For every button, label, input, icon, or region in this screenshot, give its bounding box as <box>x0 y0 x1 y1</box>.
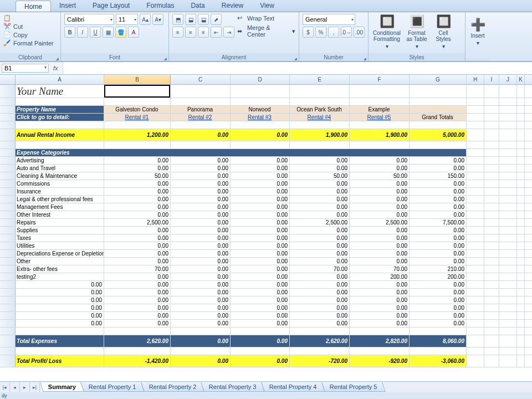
fx-icon[interactable]: fx <box>49 65 63 71</box>
insert-cells-button[interactable]: ➕Insert▾ <box>469 14 487 50</box>
table-row[interactable]: Taxes0.000.000.000.000.000.00 <box>0 234 532 242</box>
table-row[interactable]: Insurance0.000.000.000.000.000.00 <box>0 188 532 196</box>
table-row[interactable]: Expense Categories <box>0 149 532 157</box>
table-row[interactable] <box>0 347 532 355</box>
table-row[interactable]: Legal & other professional fees0.000.000… <box>0 196 532 203</box>
table-row[interactable]: Other0.000.000.000.000.000.00 <box>0 258 532 265</box>
format-as-table-button[interactable]: 🔳Format as Table▾ <box>405 14 429 50</box>
sheet-tab-rental-property-5[interactable]: Rental Property 5 <box>321 382 385 392</box>
cell-styles-button[interactable]: 🔲Cell Styles▾ <box>432 14 455 50</box>
align-left-button[interactable]: ≡ <box>172 27 183 38</box>
table-row[interactable]: Depreciations Expense or Depletion0.000.… <box>0 250 532 258</box>
column-header-E[interactable]: E <box>290 75 350 84</box>
table-row[interactable]: Cleaning & Maintenance50.000.000.0050.00… <box>0 172 532 180</box>
sheet-tab-rental-property-1[interactable]: Rental Property 1 <box>80 382 144 392</box>
column-header-J[interactable]: J <box>499 75 517 84</box>
number-format-combo[interactable]: General <box>303 14 355 25</box>
wrap-text-button[interactable]: ↩Wrap Text <box>237 14 295 22</box>
table-row[interactable] <box>0 141 532 149</box>
paste-button[interactable]: 📋 <box>3 14 11 22</box>
ribbon-tab-page-layout[interactable]: Page Layout <box>84 0 138 12</box>
align-middle-button[interactable]: ⬓ <box>185 14 196 25</box>
table-row[interactable]: 0.000.000.000.000.000.000.00 <box>0 289 532 296</box>
prev-sheet-icon[interactable]: ◂ <box>10 382 20 392</box>
column-header-C[interactable]: C <box>171 75 231 84</box>
table-row[interactable]: 0.000.000.000.000.000.000.00 <box>0 304 532 312</box>
font-color-button[interactable]: A <box>128 27 139 38</box>
increase-decimal-button[interactable]: .0→ <box>341 27 352 38</box>
table-row[interactable]: 0.000.000.000.000.000.000.00 <box>0 296 532 304</box>
ribbon-tab-home[interactable]: Home <box>16 1 51 12</box>
align-bottom-button[interactable]: ⬓ <box>198 14 209 25</box>
formula-bar[interactable] <box>63 62 532 74</box>
last-sheet-icon[interactable]: ▸| <box>30 382 40 392</box>
next-sheet-icon[interactable]: ▸ <box>20 382 30 392</box>
increase-indent-button[interactable]: ⇥ <box>223 27 234 38</box>
table-row[interactable]: 0.000.000.000.000.000.000.00 <box>0 281 532 289</box>
table-row[interactable]: Extra- other fees70.000.000.0070.0070.00… <box>0 265 532 273</box>
table-row[interactable]: Annual Rental Income1,200.000.000.001,90… <box>0 129 532 141</box>
table-row[interactable]: 0.000.000.000.000.000.000.00 <box>0 312 532 320</box>
column-header-F[interactable]: F <box>350 75 410 84</box>
table-row[interactable] <box>0 98 532 106</box>
table-row[interactable]: Supplies0.000.000.000.000.000.00 <box>0 227 532 234</box>
underline-button[interactable]: U <box>90 27 101 38</box>
table-row[interactable]: Your Name <box>0 85 532 98</box>
ribbon-tab-view[interactable]: View <box>252 0 283 12</box>
grow-font-button[interactable]: A▴ <box>140 14 151 25</box>
percent-button[interactable]: % <box>315 27 326 38</box>
table-row[interactable]: Property NameGalveston CondoPanoramaNorw… <box>0 106 532 114</box>
sheet-tab-rental-property-3[interactable]: Rental Property 3 <box>201 382 265 392</box>
worksheet-grid[interactable]: Your NameProperty NameGalveston CondoPan… <box>0 85 532 367</box>
table-row[interactable]: Management Fees0.000.000.000.000.000.00 <box>0 203 532 211</box>
align-center-button[interactable]: ≡ <box>185 27 196 38</box>
column-header-B[interactable]: B <box>104 75 171 84</box>
table-row[interactable]: testing20.000.000.000.00200.00200.00 <box>0 273 532 281</box>
table-row[interactable]: Utilities0.000.000.000.000.000.00 <box>0 242 532 250</box>
ribbon-tab-insert[interactable]: Insert <box>51 0 84 12</box>
fill-color-button[interactable]: 🪣 <box>115 27 126 38</box>
italic-button[interactable]: I <box>77 27 88 38</box>
decrease-decimal-button[interactable]: .00 <box>354 27 365 38</box>
table-row[interactable]: 0.000.000.000.000.000.000.00 <box>0 320 532 328</box>
table-row[interactable]: Commissions0.000.000.000.000.000.00 <box>0 180 532 188</box>
font-name-combo[interactable]: Calibri <box>64 14 114 25</box>
name-box[interactable]: B1 <box>2 64 49 73</box>
sheet-tab-rental-property-4[interactable]: Rental Property 4 <box>261 382 325 392</box>
merge-center-button[interactable]: ⬌Merge & Center ▾ <box>237 24 295 38</box>
table-row[interactable]: Repairs2,500.000.000.002,500.002,500.007… <box>0 219 532 227</box>
cut-button[interactable]: ✂️Cut <box>3 23 23 30</box>
column-header-G[interactable]: G <box>410 75 467 84</box>
format-painter-button[interactable]: 🖌️Format Painter <box>3 39 54 47</box>
shrink-font-button[interactable]: A▾ <box>152 14 163 25</box>
table-row[interactable]: Auto and Travel0.000.000.000.000.000.00 <box>0 165 532 172</box>
first-sheet-icon[interactable]: |◂ <box>0 382 10 392</box>
table-row[interactable] <box>0 121 532 129</box>
table-row[interactable]: Advertising0.000.000.000.000.000.00 <box>0 157 532 165</box>
accounting-button[interactable]: $ <box>303 27 314 38</box>
comma-button[interactable]: , <box>328 27 339 38</box>
sheet-tab-rental-property-2[interactable]: Rental Property 2 <box>141 382 204 392</box>
column-header-K[interactable]: K <box>517 75 525 84</box>
ribbon-tab-data[interactable]: Data <box>182 0 213 12</box>
align-top-button[interactable]: ⬒ <box>172 14 183 25</box>
column-header-A[interactable]: A <box>16 75 104 84</box>
sheet-tab-summary[interactable]: Summary <box>40 382 84 392</box>
table-row[interactable] <box>0 328 532 335</box>
orientation-button[interactable]: ⬈ <box>211 14 222 25</box>
column-header-I[interactable]: I <box>484 75 499 84</box>
bold-button[interactable]: B <box>64 27 75 38</box>
select-all-corner[interactable] <box>0 75 16 84</box>
column-header-D[interactable]: D <box>231 75 290 84</box>
conditional-formatting-button[interactable]: 🔲Conditional Formatting▾ <box>372 14 402 50</box>
table-row[interactable]: Total Expenses2,620.000.000.002,620.002,… <box>0 335 532 347</box>
table-row[interactable]: Total Profit/ Loss-1,420.000.000.00-720.… <box>0 355 532 367</box>
table-row[interactable]: Other Interest0.000.000.000.000.000.00 <box>0 211 532 219</box>
decrease-indent-button[interactable]: ⇤ <box>211 27 222 38</box>
column-header-H[interactable]: H <box>467 75 484 84</box>
border-button[interactable]: ▦ <box>103 27 114 38</box>
table-row[interactable]: Click to go to detail:Rental #1Rental #2… <box>0 114 532 121</box>
ribbon-tab-formulas[interactable]: Formulas <box>138 0 182 12</box>
align-right-button[interactable]: ≡ <box>198 27 209 38</box>
sheet-nav-arrows[interactable]: |◂ ◂ ▸ ▸| <box>0 382 40 392</box>
